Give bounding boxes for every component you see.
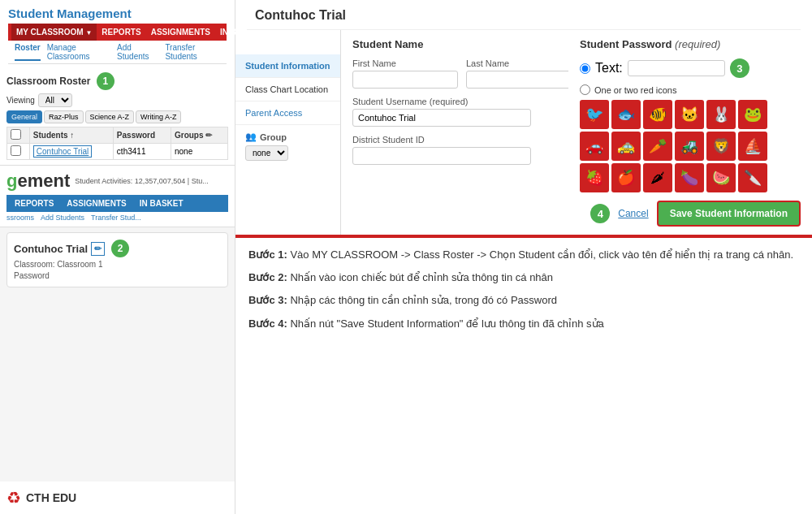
cth-brand-text: CTH EDU (26, 491, 76, 504)
icon-cat[interactable]: 🐱 (675, 100, 704, 129)
icon-sailboat[interactable]: ⛵ (738, 132, 767, 161)
icon-car[interactable]: 🚗 (580, 132, 609, 161)
name-row: First Name Last Name (352, 58, 557, 89)
roster-section: Classroom Roster 1 Viewing All General R… (0, 67, 235, 166)
left-panel: Student Management MY CLASSROOM ▼ REPORT… (0, 0, 235, 514)
icon-lion[interactable]: 🦁 (706, 132, 736, 161)
step1-text: Vào MY CLASSROOM -> Class Roster -> Chọn… (287, 248, 793, 261)
nav-assignments[interactable]: ASSIGNMENTS (146, 24, 215, 41)
icon-eggplant[interactable]: 🍆 (675, 163, 704, 192)
icon-pepper[interactable]: 🌶 (643, 163, 672, 192)
icon-rabbit[interactable]: 🐰 (706, 100, 736, 129)
icon-fish[interactable]: 🐟 (611, 100, 641, 129)
district-id-input[interactable] (352, 147, 531, 165)
password-text-input[interactable] (628, 60, 725, 76)
text-input-row: Text: 3 (580, 58, 801, 78)
text-radio[interactable] (580, 63, 590, 74)
nav-my-classroom[interactable]: MY CLASSROOM ▼ (11, 24, 97, 41)
first-name-input[interactable] (352, 71, 458, 89)
student-card-title: Contuhoc Trial ✏ 2 (14, 240, 221, 257)
mgmt-sub-classrooms[interactable]: ssrooms (6, 214, 34, 222)
cth-logo-icon: ♻ (6, 488, 21, 508)
badge-1: 1 (97, 72, 114, 90)
icon-tractor[interactable]: 🚜 (675, 132, 704, 161)
mgmt-nav-assignments[interactable]: ASSIGNMENTS (62, 197, 131, 210)
sidebar-class-chart[interactable]: Class Chart Location (235, 78, 340, 102)
sm-nav: MY CLASSROOM ▼ REPORTS ASSIGNMENTS IN BA… (8, 24, 227, 41)
tabs-row: General Raz-Plus Science A-Z Writing A-Z (6, 110, 228, 123)
group-select[interactable]: none (245, 145, 288, 161)
username-group: Student Username (required) (352, 97, 557, 127)
mgmt-nav-basket[interactable]: IN BASKET (135, 197, 188, 210)
sm-subnav: Roster Manage Classrooms Add Students Tr… (8, 41, 227, 64)
badge-4: 4 (590, 204, 610, 223)
icon-frog[interactable]: 🐸 (738, 100, 767, 129)
username-input[interactable] (352, 109, 531, 127)
col-password: Password (113, 127, 171, 144)
form-title-area: Contuhoc Trial (235, 0, 812, 30)
pencil-icon[interactable]: ✏ (91, 242, 105, 256)
step3-bold: Bước 3: (248, 294, 287, 306)
subnav-roster[interactable]: Roster (15, 43, 41, 61)
sidebar-student-info[interactable]: Student Information (235, 54, 340, 78)
mgmt-sub-transfer[interactable]: Transfer Stud... (91, 214, 141, 222)
form-main: Student Name First Name Last Name Studen… (341, 30, 568, 235)
mgmt-sub-add[interactable]: Add Students (41, 214, 84, 222)
badge-2: 2 (111, 240, 129, 257)
roster-title: Classroom Roster 1 (6, 72, 228, 90)
student-link[interactable]: Contuhoc Trial (33, 145, 92, 158)
viewing-row: Viewing All (6, 93, 228, 107)
sidebar-parent-access[interactable]: Parent Access (235, 102, 340, 125)
save-button[interactable]: Save Student Information (657, 201, 801, 227)
student-card: Contuhoc Trial ✏ 2 Classroom: Classroom … (6, 232, 228, 287)
password-title: Student Password (required) (580, 38, 801, 50)
mgmt-brand: gement (6, 171, 70, 192)
tab-science[interactable]: Science A-Z (85, 110, 135, 123)
group-icon: 👥 (245, 132, 257, 142)
last-name-label: Last Name (466, 58, 568, 68)
instruction-2: Bước 2: Nhấn vào icon chiếc bút để chỉnh… (248, 270, 799, 285)
district-id-label: District Student ID (352, 135, 557, 145)
icon-watermelon[interactable]: 🍉 (706, 163, 736, 192)
subnav-transfer[interactable]: Transfer Students (165, 43, 220, 61)
icon-bird[interactable]: 🐦 (580, 100, 609, 129)
step4-text: Nhấn nút "Save Student Information" để l… (287, 317, 604, 330)
select-all-checkbox[interactable] (11, 129, 21, 140)
icon-apple[interactable]: 🍎 (611, 163, 641, 192)
tab-raz-plus[interactable]: Raz-Plus (44, 110, 84, 123)
instruction-4: Bước 4: Nhấn nút "Save Student Informati… (248, 317, 799, 331)
nav-reports[interactable]: REPORTS (97, 24, 145, 41)
mgmt-section: gement Student Activities: 12,357,007,50… (0, 166, 235, 227)
viewing-label: Viewing (6, 96, 35, 105)
icon-radio[interactable] (580, 84, 590, 95)
row-checkbox[interactable] (11, 145, 21, 156)
subnav-add[interactable]: Add Students (117, 43, 158, 61)
sm-header: Student Management MY CLASSROOM ▼ REPORT… (0, 0, 235, 67)
tab-general[interactable]: General (6, 110, 42, 123)
col-students: Students ↑ (29, 127, 113, 144)
student-password: cth3411 (113, 144, 171, 160)
action-row: 4 Cancel Save Student Information (580, 201, 801, 227)
mgmt-nav-reports[interactable]: REPORTS (10, 197, 58, 210)
tab-writing[interactable]: Writing A-Z (136, 110, 181, 123)
icon-knife[interactable]: 🔪 (738, 163, 767, 192)
cancel-button[interactable]: Cancel (618, 208, 648, 219)
table-row: Contuhoc Trial cth3411 none (7, 144, 228, 160)
last-name-group: Last Name (466, 58, 568, 89)
badge-3: 3 (730, 58, 749, 78)
last-name-input[interactable] (466, 71, 568, 89)
icon-strawberry[interactable]: 🍓 (580, 163, 609, 192)
text-label: Text: (595, 61, 623, 76)
first-name-label: First Name (352, 58, 458, 68)
icon-tropical-fish[interactable]: 🐠 (643, 100, 672, 129)
step1-bold: Bước 1: (248, 248, 287, 261)
first-name-group: First Name (352, 58, 458, 89)
icon-taxi[interactable]: 🚕 (611, 132, 641, 161)
icon-carrot[interactable]: 🥕 (643, 132, 672, 161)
step3-text: Nhập các thông tin cần chỉnh sửa, trong … (287, 294, 557, 306)
subnav-manage[interactable]: Manage Classrooms (47, 43, 110, 61)
step2-text: Nhấn vào icon chiếc bút để chỉnh sửa thô… (287, 271, 553, 283)
edit-groups-icon[interactable]: ✏ (205, 131, 212, 140)
viewing-select[interactable]: All (38, 93, 72, 107)
student-groups: none (171, 144, 227, 160)
